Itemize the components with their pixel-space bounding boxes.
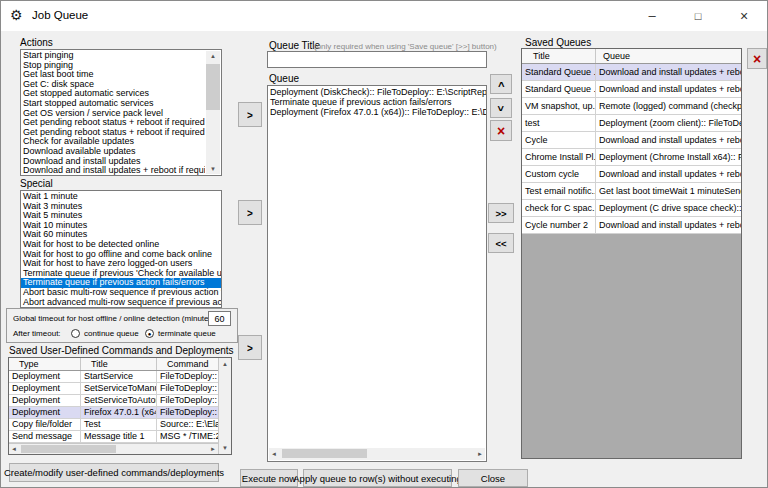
action-list-item[interactable]: Start pinging bbox=[21, 51, 205, 61]
scroll-up-icon[interactable]: ▲ bbox=[206, 53, 220, 59]
action-list-item[interactable]: Stop pinging bbox=[21, 61, 205, 71]
execute-now-button[interactable]: Execute now bbox=[240, 469, 298, 487]
action-list-item[interactable]: Get last boot time bbox=[21, 70, 205, 80]
scroll-right-icon[interactable]: ► bbox=[477, 451, 483, 457]
move-item-down-button[interactable]: > bbox=[490, 98, 512, 118]
special-list-item[interactable]: Terminate queue if previous 'Check for a… bbox=[21, 269, 221, 279]
scrollbar-thumb[interactable] bbox=[206, 64, 220, 110]
create-modify-commands-button[interactable]: Create/modify user-defined commands/depl… bbox=[9, 463, 219, 482]
continue-queue-radio-label[interactable]: continue queue bbox=[84, 329, 139, 338]
queue-item[interactable]: Terminate queue if previous action fails… bbox=[268, 97, 486, 107]
table-row[interactable]: Standard Queue ... Download and install … bbox=[522, 64, 741, 81]
terminate-queue-radio[interactable]: ● bbox=[145, 329, 154, 338]
action-list-item[interactable]: Download and install updates + reboot if… bbox=[21, 166, 205, 176]
action-list-item[interactable]: Get C: disk space bbox=[21, 80, 205, 90]
table-row[interactable]: Standard Queue ... Download and install … bbox=[522, 81, 741, 98]
continue-queue-radio[interactable] bbox=[71, 329, 80, 338]
special-list-item[interactable]: Wait 3 minutes bbox=[21, 202, 221, 212]
actions-listbox[interactable]: Start pingingStop pingingGet last boot t… bbox=[20, 49, 222, 176]
special-list-item[interactable]: Wait 5 minutes bbox=[21, 211, 221, 221]
action-list-item[interactable]: Get pending reboot status + reboot if re… bbox=[21, 118, 205, 128]
table-row[interactable]: check for C spac... Deployment (C drive … bbox=[522, 200, 741, 217]
action-list-item[interactable]: Get stopped automatic services bbox=[21, 89, 205, 99]
add-special-button[interactable]: > bbox=[238, 200, 262, 225]
minimize-button[interactable]: – bbox=[629, 1, 675, 31]
saved-queues-table[interactable]: Title Queue Standard Queue ... Download … bbox=[521, 48, 742, 459]
special-listbox[interactable]: Wait 1 minuteWait 3 minutesWait 5 minute… bbox=[20, 190, 222, 308]
table-row[interactable]: Send message Message title 1 MSG * /TIME… bbox=[9, 431, 231, 443]
queue-h-scrollbar[interactable]: ◄ ► bbox=[269, 448, 485, 460]
special-list-item[interactable]: Abort advanced multi-row sequence if pre… bbox=[21, 298, 221, 308]
cell-type: Deployment bbox=[9, 407, 81, 418]
special-list-item[interactable]: Wait 60 minutes bbox=[21, 230, 221, 240]
cell-title: StartService bbox=[81, 371, 157, 382]
table-row[interactable]: Chrome Install Pl... Deployment (Chrome … bbox=[522, 149, 741, 166]
queue-item[interactable]: Deployment (DiskCheck):: FileToDeploy:: … bbox=[268, 87, 486, 97]
action-list-item[interactable]: Get pending reboot status + reboot if re… bbox=[21, 128, 205, 138]
special-list-item[interactable]: Wait 10 minutes bbox=[21, 221, 221, 231]
action-list-item[interactable]: Check for available updates bbox=[21, 137, 205, 147]
table-row[interactable]: Copy file/folder Test Source:: E:\Ela\I\ bbox=[9, 419, 231, 431]
queue-listbox[interactable]: Deployment (DiskCheck):: FileToDeploy:: … bbox=[267, 85, 487, 462]
table-row[interactable]: test Deployment (zoom client):: FileToDe… bbox=[522, 115, 741, 132]
maximize-button[interactable]: □ bbox=[675, 1, 721, 31]
table-row[interactable]: Cycle number 2 Download and install upda… bbox=[522, 217, 741, 234]
table-row[interactable]: Test email notific... Get last boot time… bbox=[522, 183, 741, 200]
timeout-label: Global timeout for host offline / online… bbox=[13, 314, 208, 323]
special-list-item[interactable]: Wait for host to go offline and come bac… bbox=[21, 250, 221, 260]
table-row[interactable]: Deployment Firefox 47.0.1 (x64) FileToDe… bbox=[9, 407, 231, 419]
double-chevron-left-icon: << bbox=[495, 238, 506, 249]
scroll-left-icon[interactable]: ◄ bbox=[11, 446, 17, 452]
action-list-item[interactable]: Download and install updates bbox=[21, 157, 205, 167]
actions-scrollbar[interactable]: ▲ ▼ bbox=[206, 51, 220, 174]
commands-h-scrollbar[interactable]: ◄ ► bbox=[9, 443, 218, 454]
table-row[interactable]: Cycle Download and install updates + reb… bbox=[522, 132, 741, 149]
scroll-left-icon[interactable]: ◄ bbox=[271, 451, 277, 457]
table-row[interactable]: Custom cycle Download and install update… bbox=[522, 166, 741, 183]
scrollbar-thumb[interactable] bbox=[282, 449, 367, 458]
scroll-up-icon[interactable]: ▲ bbox=[219, 361, 231, 367]
saved-commands-table[interactable]: Type Title Command Deployment StartServi… bbox=[8, 357, 232, 455]
table-row[interactable]: VM snapshot, up... Remote (logged) comma… bbox=[522, 98, 741, 115]
apply-queue-button[interactable]: Apply queue to row(s) without executing bbox=[303, 469, 452, 487]
column-header-title[interactable]: Title bbox=[522, 49, 596, 63]
close-button[interactable]: Close bbox=[458, 469, 528, 487]
action-list-item[interactable]: Get OS version / service pack level bbox=[21, 109, 205, 119]
table-row[interactable]: Deployment SetServiceToManua FileToDeplo… bbox=[9, 383, 231, 395]
action-list-item[interactable]: Start stopped automatic services bbox=[21, 99, 205, 109]
queue-title-input[interactable] bbox=[267, 51, 487, 68]
cell-queue: Download and install updates + reboo... bbox=[596, 81, 741, 97]
terminate-queue-radio-label[interactable]: terminate queue bbox=[158, 329, 216, 338]
save-queue-button[interactable]: >> bbox=[488, 203, 514, 223]
scroll-down-icon[interactable]: ▼ bbox=[219, 445, 231, 451]
column-header-queue[interactable]: Queue bbox=[596, 49, 741, 63]
queue-item[interactable]: Deployment (Firefox 47.0.1 (x64)):: File… bbox=[268, 107, 486, 117]
remove-queue-item-button[interactable]: × bbox=[490, 120, 512, 141]
commands-v-scrollbar[interactable]: ▲ ▼ bbox=[218, 358, 231, 454]
column-header-type[interactable]: Type bbox=[9, 358, 81, 370]
action-list-item[interactable]: Download available updates bbox=[21, 147, 205, 157]
add-action-button[interactable]: > bbox=[238, 102, 262, 127]
scrollbar-thumb[interactable] bbox=[21, 445, 116, 453]
delete-saved-queue-button[interactable]: × bbox=[747, 48, 767, 69]
scroll-right-icon[interactable]: ► bbox=[210, 446, 216, 452]
move-item-up-button[interactable]: > bbox=[490, 74, 512, 94]
special-list-item[interactable]: Wait for host to have zero logged-on use… bbox=[21, 259, 221, 269]
column-header-title[interactable]: Title bbox=[81, 358, 157, 370]
cell-queue: Download and install updates + reboo... bbox=[596, 132, 741, 148]
load-queue-button[interactable]: << bbox=[488, 233, 514, 253]
saved-commands-rows: Deployment StartService FileToDeploy:: D… bbox=[9, 371, 231, 443]
timeout-input[interactable]: 60 bbox=[208, 311, 231, 326]
special-list-item[interactable]: Wait for host to be detected online bbox=[21, 240, 221, 250]
scroll-down-icon[interactable]: ▼ bbox=[206, 166, 220, 172]
add-command-button[interactable]: > bbox=[238, 335, 262, 360]
special-list-item[interactable]: Wait 1 minute bbox=[21, 192, 221, 202]
close-window-button[interactable]: × bbox=[721, 1, 767, 31]
special-list-item[interactable]: Abort basic multi-row sequence if previo… bbox=[21, 288, 221, 298]
table-row[interactable]: Deployment StartService FileToDeploy:: bbox=[9, 371, 231, 383]
double-chevron-right-icon: >> bbox=[495, 208, 506, 219]
table-row[interactable]: Deployment SetServiceToAutoma FileToDepl… bbox=[9, 395, 231, 407]
column-header-command[interactable]: Command bbox=[157, 358, 218, 370]
queue-title-note: (only required when using 'Save queue' [… bbox=[314, 42, 497, 51]
special-list-item[interactable]: Terminate queue if previous action fails… bbox=[21, 278, 221, 288]
